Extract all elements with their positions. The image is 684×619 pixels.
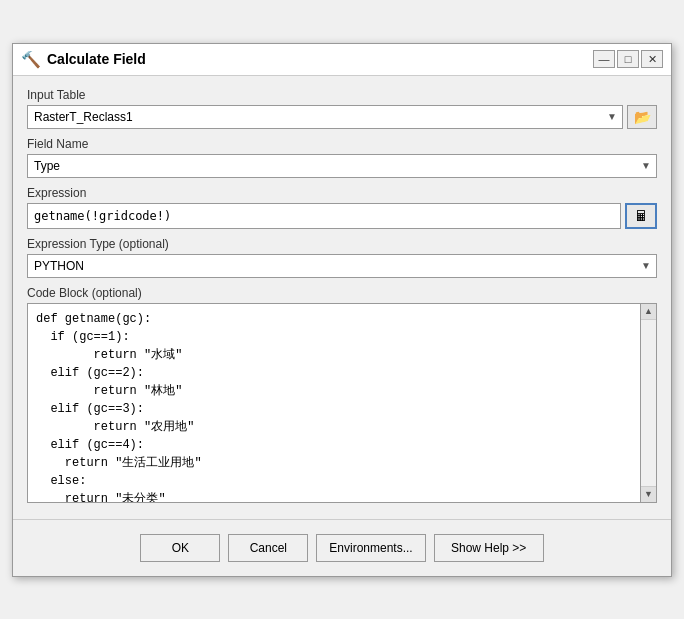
maximize-button[interactable]: □ (617, 50, 639, 68)
field-name-select-wrapper: Type ▼ (27, 154, 657, 178)
browse-button[interactable]: 📂 (627, 105, 657, 129)
minimize-button[interactable]: — (593, 50, 615, 68)
window-icon: 🔨 (21, 50, 41, 69)
expression-label: Expression (27, 186, 657, 200)
field-name-select[interactable]: Type (27, 154, 657, 178)
input-table-label: Input Table (27, 88, 657, 102)
input-table-select-wrapper: RasterT_Reclass1 ▼ (27, 105, 623, 129)
form-content: Input Table RasterT_Reclass1 ▼ 📂 Field N… (13, 76, 671, 515)
button-row: OK Cancel Environments... Show Help >> (13, 524, 671, 576)
title-bar: 🔨 Calculate Field — □ ✕ (13, 44, 671, 76)
cancel-button[interactable]: Cancel (228, 534, 308, 562)
show-help-button[interactable]: Show Help >> (434, 534, 544, 562)
expression-type-select-wrapper: PYTHON ▼ (27, 254, 657, 278)
scroll-up-arrow-icon[interactable]: ▲ (641, 304, 656, 320)
separator (13, 519, 671, 520)
code-block-label: Code Block (optional) (27, 286, 657, 300)
expression-type-section: Expression Type (optional) PYTHON ▼ (27, 237, 657, 278)
close-button[interactable]: ✕ (641, 50, 663, 68)
expression-type-select[interactable]: PYTHON (27, 254, 657, 278)
input-table-section: Input Table RasterT_Reclass1 ▼ 📂 (27, 88, 657, 129)
field-name-label: Field Name (27, 137, 657, 151)
ok-button[interactable]: OK (140, 534, 220, 562)
code-block-container: ▲ ▼ (27, 303, 657, 503)
expression-section: Expression 🖩 (27, 186, 657, 229)
input-table-row: RasterT_Reclass1 ▼ 📂 (27, 105, 657, 129)
input-table-select[interactable]: RasterT_Reclass1 (27, 105, 623, 129)
environments-button[interactable]: Environments... (316, 534, 425, 562)
window-title: Calculate Field (47, 51, 587, 67)
field-name-section: Field Name Type ▼ (27, 137, 657, 178)
scroll-down-arrow-icon[interactable]: ▼ (641, 486, 656, 502)
code-scrollbar: ▲ ▼ (641, 303, 657, 503)
code-block-section: Code Block (optional) ▲ ▼ (27, 286, 657, 503)
expression-type-label: Expression Type (optional) (27, 237, 657, 251)
expression-input[interactable] (27, 203, 621, 229)
code-block-textarea[interactable] (27, 303, 641, 503)
calculate-field-dialog: 🔨 Calculate Field — □ ✕ Input Table Rast… (12, 43, 672, 577)
calculator-button[interactable]: 🖩 (625, 203, 657, 229)
expression-row: 🖩 (27, 203, 657, 229)
title-controls: — □ ✕ (593, 50, 663, 68)
